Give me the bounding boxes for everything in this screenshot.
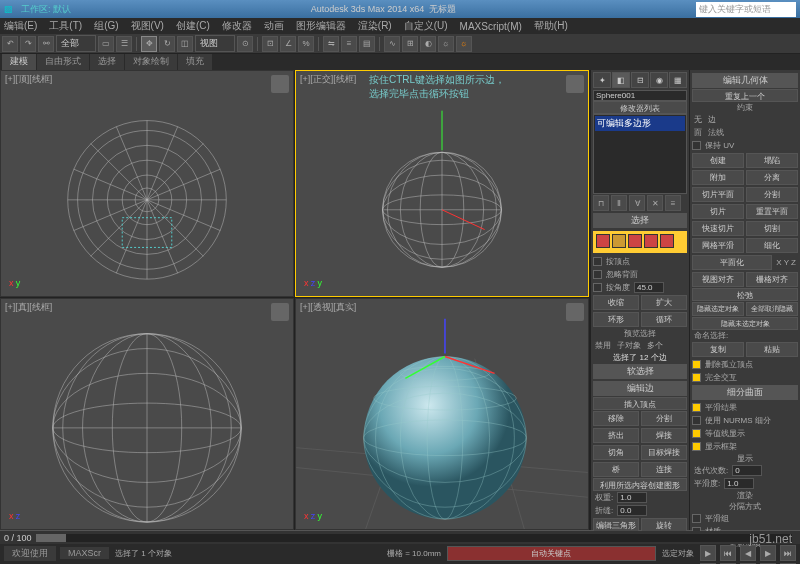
play-icon[interactable]: ▶ [700, 545, 716, 561]
bridge-button[interactable]: 桥 [593, 462, 639, 477]
ring-button[interactable]: 环形 [593, 312, 639, 327]
weld-button[interactable]: 焊接 [641, 428, 687, 443]
full-interact-check[interactable] [692, 373, 701, 382]
by-angle-check[interactable] [593, 283, 602, 292]
slice-button[interactable]: 切片 [692, 204, 744, 219]
shrink-button[interactable]: 收缩 [593, 295, 639, 310]
viewport-perspective[interactable]: [+][透视][真实] x z y [295, 298, 589, 530]
search-input[interactable]: 键入关键字或短语 [696, 2, 796, 17]
iso-display-check[interactable] [692, 429, 701, 438]
detach-button[interactable]: 分离 [746, 170, 798, 185]
tab-hierarchy-icon[interactable]: ⊟ [631, 72, 649, 88]
unhide-all-button[interactable]: 全部取消隐藏 [746, 302, 798, 316]
weight-spinner[interactable]: 1.0 [617, 492, 647, 503]
angle-snap-icon[interactable]: ∠ [280, 36, 296, 52]
material-editor-icon[interactable]: ◐ [420, 36, 436, 52]
menu-group[interactable]: 组(G) [94, 19, 118, 33]
prev-frame-icon[interactable]: ◀ [740, 545, 756, 561]
goto-start-icon[interactable]: ⏮ [720, 545, 736, 561]
tab-motion-icon[interactable]: ◉ [650, 72, 668, 88]
show-cage-check[interactable] [692, 442, 701, 451]
cut-button[interactable]: 切割 [746, 221, 798, 236]
selection-rollout-header[interactable]: 选择 [593, 213, 687, 228]
select-icon[interactable]: ▭ [98, 36, 114, 52]
scale-icon[interactable]: ◫ [177, 36, 193, 52]
by-vertex-check[interactable] [593, 257, 602, 266]
goto-end-icon[interactable]: ⏭ [780, 545, 796, 561]
menu-help[interactable]: 帮助(H) [534, 19, 568, 33]
snap-icon[interactable]: ⊡ [262, 36, 278, 52]
menu-customize[interactable]: 自定义(U) [404, 19, 448, 33]
pivot-icon[interactable]: ⊙ [237, 36, 253, 52]
hide-unsel-button[interactable]: 隐藏未选定对象 [692, 317, 798, 330]
tab-selection[interactable]: 选择 [90, 54, 124, 70]
reset-plane-button[interactable]: 重置平面 [746, 204, 798, 219]
planar-button[interactable]: 平面化 [692, 255, 772, 270]
undo-icon[interactable]: ↶ [2, 36, 18, 52]
menu-create[interactable]: 创建(C) [176, 19, 210, 33]
workspace-label[interactable]: 工作区: 默认 [21, 3, 71, 16]
vertex-mode-icon[interactable] [596, 234, 610, 248]
select-name-icon[interactable]: ☰ [116, 36, 132, 52]
show-result-icon[interactable]: Ⅱ [611, 195, 627, 211]
tessellate-button[interactable]: 细化 [746, 238, 798, 253]
attach-button[interactable]: 附加 [692, 170, 744, 185]
modifier-stack[interactable]: 可编辑多边形 [593, 114, 687, 194]
angle-spinner[interactable]: 45.0 [634, 282, 664, 293]
next-frame-icon[interactable]: ▶ [760, 545, 776, 561]
copy-button[interactable]: 复制 [692, 342, 744, 357]
welcome-tab[interactable]: 欢迎使用 [4, 546, 56, 561]
config-icon[interactable]: ≡ [665, 195, 681, 211]
object-name-input[interactable] [593, 90, 687, 101]
grid-align-button[interactable]: 栅格对齐 [746, 272, 798, 287]
percent-snap-icon[interactable]: % [298, 36, 314, 52]
tab-freeform[interactable]: 自由形式 [37, 54, 89, 70]
split2-button[interactable]: 分割 [746, 187, 798, 202]
unique-icon[interactable]: ∀ [629, 195, 645, 211]
subdiv-header[interactable]: 细分曲面 [692, 385, 798, 400]
tab-populate[interactable]: 填充 [178, 54, 212, 70]
refcoord-dropdown[interactable]: 视图 [195, 35, 235, 52]
render-icon[interactable]: ☼ [456, 36, 472, 52]
paste-button[interactable]: 粘贴 [746, 342, 798, 357]
menu-render[interactable]: 渲染(R) [358, 19, 392, 33]
hide-sel-button[interactable]: 隐藏选定对象 [692, 302, 744, 316]
loop-button[interactable]: 循环 [641, 312, 687, 327]
extrude-button[interactable]: 挤出 [593, 428, 639, 443]
timeline[interactable]: 0 / 100 [0, 531, 800, 544]
smooth-spinner[interactable]: 1.0 [724, 478, 754, 489]
menu-animation[interactable]: 动画 [264, 19, 284, 33]
iter-spinner[interactable]: 0 [732, 465, 762, 476]
tab-display-icon[interactable]: ▦ [669, 72, 687, 88]
link-icon[interactable]: ⚯ [38, 36, 54, 52]
curve-editor-icon[interactable]: ∿ [384, 36, 400, 52]
time-slider[interactable] [36, 534, 792, 542]
grow-button[interactable]: 扩大 [641, 295, 687, 310]
edit-geo-header[interactable]: 编辑几何体 [692, 73, 798, 88]
view-align-button[interactable]: 视图对齐 [692, 272, 744, 287]
remove-mod-icon[interactable]: ✕ [647, 195, 663, 211]
render-setup-icon[interactable]: ☼ [438, 36, 454, 52]
tab-create-icon[interactable]: ✦ [593, 72, 611, 88]
msmooth-button[interactable]: 网格平滑 [692, 238, 744, 253]
selection-filter-dropdown[interactable]: 全部 [56, 35, 96, 52]
crease-spinner[interactable]: 0.0 [617, 505, 647, 516]
create-shape-button[interactable]: 利用所选内容创建图形 [593, 478, 687, 491]
redo-icon[interactable]: ↷ [20, 36, 36, 52]
menu-graph[interactable]: 图形编辑器 [296, 19, 346, 33]
move-icon[interactable]: ✥ [141, 36, 157, 52]
ignore-backface-check[interactable] [593, 270, 602, 279]
create-button[interactable]: 创建 [692, 153, 744, 168]
element-mode-icon[interactable] [660, 234, 674, 248]
maxscript-tab[interactable]: MAXScr [60, 547, 109, 559]
split-button[interactable]: 分割 [641, 411, 687, 426]
viewport-front[interactable]: [+][真][线框] x z [0, 298, 294, 530]
tab-modeling[interactable]: 建模 [2, 54, 36, 70]
soft-sel-header[interactable]: 软选择 [593, 364, 687, 379]
modifier-list-dropdown[interactable]: 修改器列表 [593, 101, 687, 114]
viewport-top[interactable]: [+][顶][线框] x y [0, 70, 294, 297]
tab-modify-icon[interactable]: ◧ [612, 72, 630, 88]
edit-edges-header[interactable]: 编辑边 [593, 381, 687, 396]
menu-view[interactable]: 视图(V) [131, 19, 164, 33]
autokey-button[interactable]: 自动关键点 [447, 546, 656, 561]
